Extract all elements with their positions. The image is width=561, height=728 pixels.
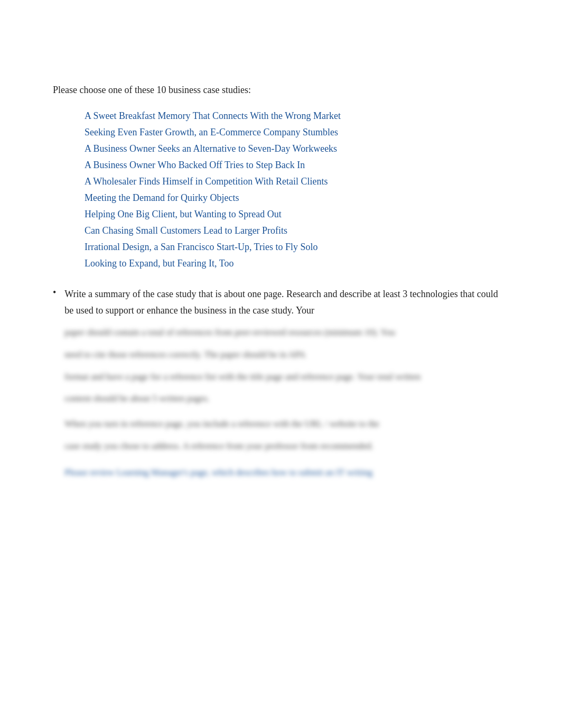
list-item[interactable]: Seeking Even Faster Growth, an E-Commerc… bbox=[85, 127, 508, 138]
list-item[interactable]: Irrational Design, a San Francisco Start… bbox=[85, 242, 508, 253]
blurred-line-1: paper should contain a total of referenc… bbox=[64, 325, 508, 340]
blurred-line-4: content should be about 5 written pages. bbox=[64, 391, 508, 407]
blurred-line-5: When you turn in reference page, you inc… bbox=[64, 416, 508, 432]
list-item[interactable]: Meeting the Demand for Quirky Objects bbox=[85, 192, 508, 204]
instructions-section: • Write a summary of the case study that… bbox=[53, 286, 508, 480]
case-study-link-7[interactable]: Helping One Big Client, but Wanting to S… bbox=[85, 209, 282, 219]
list-item[interactable]: A Business Owner Seeks an Alternative to… bbox=[85, 143, 508, 154]
blurred-line-3: format and have a page for a reference l… bbox=[64, 369, 508, 385]
instructions-text: Write a summary of the case study that i… bbox=[64, 286, 508, 318]
list-item[interactable]: A Wholesaler Finds Himself in Competitio… bbox=[85, 176, 508, 187]
case-study-link-10[interactable]: Looking to Expand, but Fearing It, Too bbox=[85, 258, 233, 269]
case-study-link-8[interactable]: Can Chasing Small Customers Lead to Larg… bbox=[85, 225, 287, 236]
case-study-link-3[interactable]: A Business Owner Seeks an Alternative to… bbox=[85, 143, 337, 154]
blurred-line-2: need to cite those references correctly.… bbox=[64, 347, 508, 363]
blurred-line-7: Please review Learning Manager's page, w… bbox=[64, 465, 508, 481]
list-item[interactable]: Helping One Big Client, but Wanting to S… bbox=[85, 209, 508, 220]
list-item[interactable]: Can Chasing Small Customers Lead to Larg… bbox=[85, 225, 508, 236]
case-study-link-4[interactable]: A Business Owner Who Backed Off Tries to… bbox=[85, 160, 305, 170]
list-item[interactable]: A Business Owner Who Backed Off Tries to… bbox=[85, 160, 508, 171]
case-study-link-2[interactable]: Seeking Even Faster Growth, an E-Commerc… bbox=[85, 127, 338, 137]
bullet-icon: • bbox=[53, 287, 56, 298]
case-study-link-6[interactable]: Meeting the Demand for Quirky Objects bbox=[85, 192, 239, 203]
case-study-link-5[interactable]: A Wholesaler Finds Himself in Competitio… bbox=[85, 176, 328, 187]
blurred-content: paper should contain a total of referenc… bbox=[64, 325, 508, 480]
list-item[interactable]: Looking to Expand, but Fearing It, Too bbox=[85, 258, 508, 269]
instructions-content: Write a summary of the case study that i… bbox=[64, 286, 508, 480]
list-item[interactable]: A Sweet Breakfast Memory That Connects W… bbox=[85, 110, 508, 122]
case-study-link-9[interactable]: Irrational Design, a San Francisco Start… bbox=[85, 242, 317, 252]
intro-text: Please choose one of these 10 business c… bbox=[53, 85, 508, 96]
case-study-link-1[interactable]: A Sweet Breakfast Memory That Connects W… bbox=[85, 110, 341, 121]
case-study-list: A Sweet Breakfast Memory That Connects W… bbox=[85, 110, 508, 269]
blurred-line-6: case study you chose to address. A refer… bbox=[64, 438, 508, 454]
